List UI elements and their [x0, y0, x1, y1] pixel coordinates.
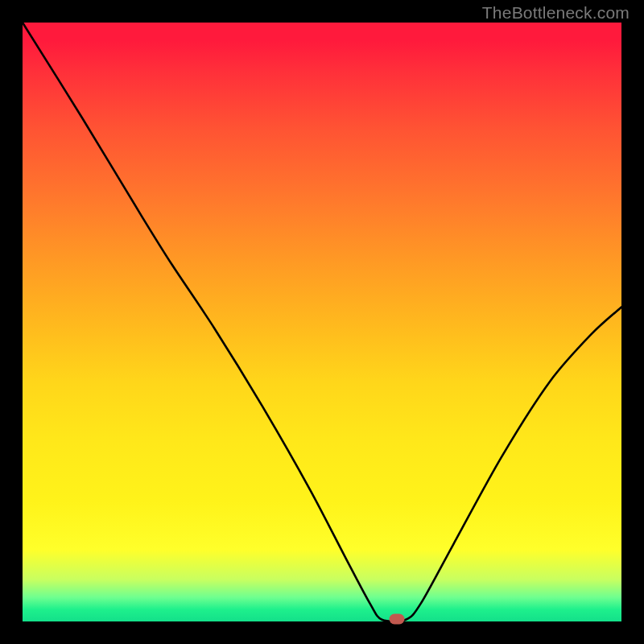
optimal-marker: [390, 614, 405, 625]
plot-area: [23, 23, 621, 621]
chart-frame: TheBottleneck.com: [0, 0, 644, 644]
curve-path: [23, 23, 621, 621]
watermark-text: TheBottleneck.com: [482, 3, 630, 23]
bottleneck-curve: [23, 23, 621, 621]
